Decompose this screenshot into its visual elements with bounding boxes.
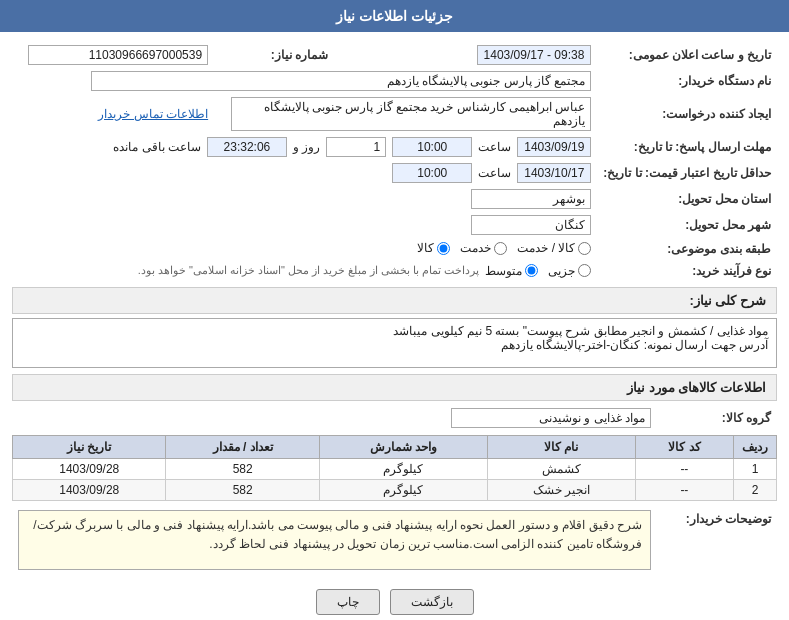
request-number-label: شماره نیاز:: [214, 42, 334, 68]
reply-time-label: ساعت: [478, 140, 511, 154]
col-qty: تعداد / مقدار: [166, 435, 319, 458]
cell-qty: 582: [166, 458, 319, 479]
cell-code: --: [635, 458, 733, 479]
table-row: طبقه بندی موضوعی: کالا / خدمت خدمت کالا: [12, 238, 777, 261]
creator-label: ایجاد کننده درخواست:: [597, 94, 777, 134]
buyer-label: نام دستگاه خریدار:: [597, 68, 777, 94]
category-label: طبقه بندی موضوعی:: [597, 238, 777, 261]
contact-link[interactable]: اطلاعات تماس خریدار: [98, 107, 208, 121]
content-area: تاریخ و ساعت اعلان عمومی: 1403/09/17 - 0…: [0, 32, 789, 620]
purchase-note: پرداخت تمام با بخشی از مبلغ خرید از محل …: [138, 264, 480, 277]
cell-unit: کیلوگرم: [319, 479, 487, 500]
buyer-value: مجتمع گاز پارس جنوبی پالایشگاه یازدهم: [91, 71, 591, 91]
page-title: جزئیات اطلاعات نیاز: [336, 8, 453, 24]
back-button[interactable]: بازگشت: [390, 589, 474, 615]
purchase-radio-group: جزیی متوسط: [485, 264, 591, 278]
price-date: 1403/10/17: [517, 163, 591, 183]
goods-data-grid: ردیف کد کالا نام کالا واحد شمارش تعداد /…: [12, 435, 777, 501]
buyer-notes-value: شرح دقیق اقلام و دستور العمل نحوه ارایه …: [18, 510, 651, 570]
purchase-option-partial[interactable]: جزیی: [548, 264, 591, 278]
cell-code: --: [635, 479, 733, 500]
col-unit: واحد شمارش: [319, 435, 487, 458]
table-row: نام دستگاه خریدار: مجتمع گاز پارس جنوبی …: [12, 68, 777, 94]
col-code: کد کالا: [635, 435, 733, 458]
category-option-goods[interactable]: کالا: [417, 241, 450, 255]
notes-table: توضیحات خریدار: شرح دقیق اقلام و دستور ا…: [12, 507, 777, 573]
table-row: حداقل تاریخ اعتبار قیمت: تا تاریخ: 1403/…: [12, 160, 777, 186]
page-header: جزئیات اطلاعات نیاز: [0, 0, 789, 32]
province-label: استان محل تحویل:: [597, 186, 777, 212]
col-date: تاریخ نیاز: [13, 435, 166, 458]
description-line1: مواد غذایی / کشمش و انجیر مطابق شرح پیوس…: [21, 324, 768, 338]
purchase-type-label: نوع فرآیند خرید:: [597, 261, 777, 281]
province-value: بوشهر: [471, 189, 591, 209]
goods-group-value: مواد غذایی و نوشیدنی: [451, 408, 651, 428]
goods-table-body: 1 -- کشمش کیلوگرم 582 1403/09/28 2 -- ان…: [13, 458, 777, 500]
city-value: کنگان: [471, 215, 591, 235]
cell-name: کشمش: [487, 458, 635, 479]
goods-group-label: گروه کالا:: [657, 405, 777, 431]
category-radio-group: کالا / خدمت خدمت کالا: [417, 241, 591, 255]
table-row: 2 -- انجیر خشک کیلوگرم 582 1403/09/28: [13, 479, 777, 500]
goods-group-table: گروه کالا: مواد غذایی و نوشیدنی: [12, 405, 777, 431]
table-row: 1 -- کشمش کیلوگرم 582 1403/09/28: [13, 458, 777, 479]
price-time: 10:00: [392, 163, 472, 183]
col-num: ردیف: [734, 435, 777, 458]
reply-remaining-label: ساعت باقی مانده: [113, 140, 201, 154]
cell-date: 1403/09/28: [13, 458, 166, 479]
table-row: ایجاد کننده درخواست: عباس ابراهیمی کارشن…: [12, 94, 777, 134]
table-row: تاریخ و ساعت اعلان عمومی: 1403/09/17 - 0…: [12, 42, 777, 68]
description-line2: آدرس جهت ارسال نمونه: کنگان-اختر-پالایشگ…: [21, 338, 768, 352]
header-row: ردیف کد کالا نام کالا واحد شمارش تعداد /…: [13, 435, 777, 458]
table-row: شهر محل تحویل: کنگان: [12, 212, 777, 238]
print-button[interactable]: چاپ: [316, 589, 380, 615]
description-section-title: شرح کلی نیاز:: [12, 287, 777, 314]
cell-num: 1: [734, 458, 777, 479]
cell-qty: 582: [166, 479, 319, 500]
creator-value: عباس ابراهیمی کارشناس خرید مجتمع گاز پار…: [231, 97, 591, 131]
category-option-service[interactable]: خدمت: [460, 241, 507, 255]
table-row: نوع فرآیند خرید: جزیی متوسط پرداخت تمام …: [12, 261, 777, 281]
date-value: 1403/09/17 - 09:38: [477, 45, 592, 65]
main-container: جزئیات اطلاعات نیاز تاریخ و ساعت اعلان ع…: [0, 0, 789, 620]
category-option-goods-service[interactable]: کالا / خدمت: [517, 241, 591, 255]
city-label: شهر محل تحویل:: [597, 212, 777, 238]
table-row: گروه کالا: مواد غذایی و نوشیدنی: [12, 405, 777, 431]
reply-days: 1: [326, 137, 386, 157]
goods-section-title: اطلاعات کالاهای مورد نیاز: [12, 374, 777, 401]
date-label: تاریخ و ساعت اعلان عمومی:: [597, 42, 777, 68]
grid-header: ردیف کد کالا نام کالا واحد شمارش تعداد /…: [13, 435, 777, 458]
cell-date: 1403/09/28: [13, 479, 166, 500]
table-row: استان محل تحویل: بوشهر: [12, 186, 777, 212]
reply-time: 10:00: [392, 137, 472, 157]
info-table: تاریخ و ساعت اعلان عمومی: 1403/09/17 - 0…: [12, 42, 777, 281]
table-row: توضیحات خریدار: شرح دقیق اقلام و دستور ا…: [12, 507, 777, 573]
price-deadline-row: 1403/10/17 ساعت 10:00: [18, 163, 591, 183]
cell-num: 2: [734, 479, 777, 500]
request-number-value: 11030966697000539: [28, 45, 208, 65]
reply-remaining: 23:32:06: [207, 137, 287, 157]
price-time-label: ساعت: [478, 166, 511, 180]
price-deadline-label: حداقل تاریخ اعتبار قیمت: تا تاریخ:: [597, 160, 777, 186]
buyer-notes-label: توضیحات خریدار:: [657, 507, 777, 573]
purchase-option-medium[interactable]: متوسط: [485, 264, 538, 278]
reply-deadline-row: 1403/09/19 ساعت 10:00 1 روز و 23:32:06 س…: [18, 137, 591, 157]
description-box: مواد غذایی / کشمش و انجیر مطابق شرح پیوس…: [12, 318, 777, 368]
cell-unit: کیلوگرم: [319, 458, 487, 479]
reply-deadline-label: مهلت ارسال پاسخ: تا تاریخ:: [597, 134, 777, 160]
col-name: نام کالا: [487, 435, 635, 458]
cell-name: انجیر خشک: [487, 479, 635, 500]
table-row: مهلت ارسال پاسخ: تا تاریخ: 1403/09/19 سا…: [12, 134, 777, 160]
footer-buttons: بازگشت چاپ: [12, 579, 777, 621]
reply-date: 1403/09/19: [517, 137, 591, 157]
purchase-type-row: جزیی متوسط پرداخت تمام با بخشی از مبلغ خ…: [18, 264, 591, 278]
reply-day-label: روز و: [293, 140, 320, 154]
